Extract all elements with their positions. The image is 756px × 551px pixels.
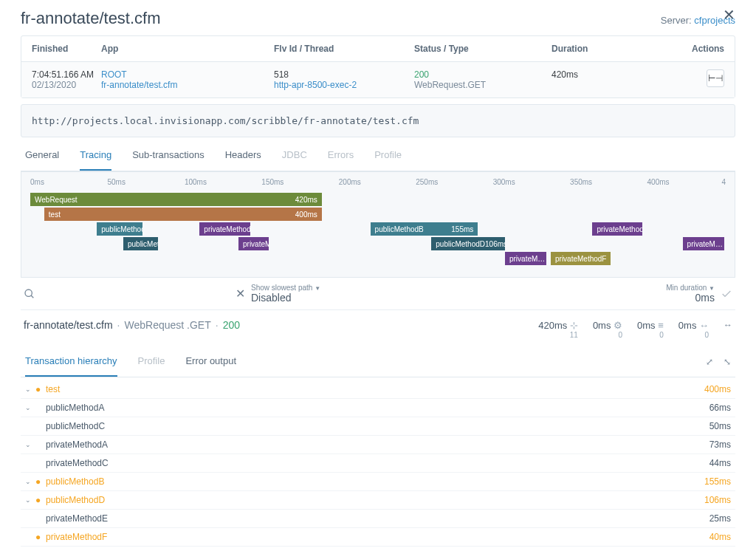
transaction-name: fr-annotate/test.cfm: [24, 319, 113, 331]
duration-value: 420ms: [551, 69, 692, 90]
tab-hierarchy[interactable]: Transaction hierarchy: [25, 346, 117, 377]
axis-tick: 50ms: [107, 178, 125, 186]
trace-bar[interactable]: privateMethodF: [551, 252, 611, 265]
trace-bar[interactable]: privateM…: [505, 252, 546, 265]
hierarchy-tabs: Transaction hierarchy Profile Error outp…: [21, 346, 735, 377]
trace-bar[interactable]: publicMethodC50ms: [123, 237, 158, 250]
tab-subtransactions[interactable]: Sub-transactions: [132, 140, 205, 171]
hierarchy-row[interactable]: ⌄●publicMethodB155ms: [21, 473, 735, 491]
finished-time: 7:04:51.166 AM: [32, 69, 101, 80]
page-title: fr-annotate/test.cfm: [21, 9, 161, 28]
svg-line-1: [31, 295, 33, 298]
app-path-link[interactable]: fr-annotate/test.cfm: [101, 80, 177, 90]
tab-headers[interactable]: Headers: [225, 140, 261, 171]
search-icon: [24, 288, 35, 300]
col-flv: Flv Id / Thread: [274, 44, 414, 54]
table-row: 7:04:51.166 AM 02/13/2020 ROOT fr-annota…: [21, 62, 735, 97]
metric-tree: 420ms ⊹11: [538, 320, 578, 339]
col-status: Status / Type: [414, 44, 551, 54]
axis-tick: 400ms: [647, 178, 670, 186]
col-app: App: [101, 44, 274, 54]
trace-bar[interactable]: test400ms: [44, 208, 322, 221]
trace-bar[interactable]: WebRequest420ms: [30, 193, 322, 206]
tab-profile: Profile: [374, 140, 402, 171]
expand-all-icon[interactable]: ⤡: [724, 357, 731, 367]
svg-point-0: [25, 290, 32, 296]
axis-tick: 0ms: [30, 178, 44, 186]
hierarchy-row[interactable]: ⌄privateMethodB72ms: [21, 547, 735, 551]
status-code: 200: [414, 69, 551, 80]
trace-toolbar: ✕ Show slowest path ▼ Disabled Min durat…: [21, 278, 735, 310]
metric-ext: 0ms ↔0: [678, 320, 709, 339]
timeline-axis: 0ms50ms100ms150ms200ms250ms300ms350ms400…: [30, 178, 726, 191]
search-box[interactable]: ✕: [24, 287, 245, 301]
clear-search-icon[interactable]: ✕: [236, 287, 245, 301]
trace-bar[interactable]: privateMethodB72ms: [592, 222, 642, 236]
app-link[interactable]: ROOT: [101, 69, 127, 80]
expand-icon[interactable]: ↔: [724, 320, 732, 330]
axis-tick: 4: [721, 178, 726, 186]
hierarchy-row[interactable]: privateMethodC44ms: [21, 454, 735, 473]
hierarchy-row[interactable]: ⌄publicMethodA66ms: [21, 399, 735, 417]
transaction-status: 200: [223, 319, 240, 331]
transaction-type: WebRequest .GET: [125, 319, 211, 331]
action-button[interactable]: ⊢⊣: [707, 69, 724, 87]
hierarchy-row[interactable]: ●privateMethodF40ms: [21, 528, 735, 547]
trace-bar[interactable]: publicMethodD106ms: [431, 237, 505, 250]
collapse-all-icon[interactable]: ⤢: [706, 357, 713, 367]
col-finished: Finished: [32, 44, 101, 54]
trace-bar[interactable]: publicMethodB155ms: [371, 222, 478, 236]
timeline-bars: WebRequest420mstest400mspublicMethodA66m…: [30, 193, 726, 267]
finished-date: 02/13/2020: [32, 80, 101, 90]
slowest-path-dropdown[interactable]: Show slowest path ▼ Disabled: [251, 284, 320, 304]
checkmark-icon[interactable]: [721, 288, 732, 300]
metric-api: 0ms ⚙0: [593, 320, 622, 339]
trace-bar[interactable]: publicMethodA66ms: [97, 222, 142, 236]
close-icon[interactable]: ✕: [723, 6, 735, 24]
tab-profile2: Profile: [138, 346, 165, 377]
trace-bar[interactable]: privateM…: [683, 237, 724, 250]
request-url: http://projects.local.invisionapp.com/sc…: [21, 104, 735, 137]
col-duration: Duration: [551, 44, 692, 54]
trace-bar[interactable]: privateMethodA73ms: [199, 222, 250, 236]
trace-timeline: 0ms50ms100ms150ms200ms250ms300ms350ms400…: [21, 171, 735, 278]
main-tabs: General Tracing Sub-transactions Headers…: [21, 140, 735, 171]
request-type: WebRequest.GET: [414, 80, 551, 90]
tab-error-output[interactable]: Error output: [185, 346, 236, 377]
hierarchy-rows: ⌄●test400ms⌄publicMethodA66mspublicMetho…: [21, 380, 735, 551]
thread-link[interactable]: http-apr-8500-exec-2: [274, 80, 357, 90]
hierarchy-row[interactable]: publicMethodC50ms: [21, 417, 735, 436]
axis-tick: 200ms: [339, 178, 361, 186]
axis-tick: 100ms: [185, 178, 207, 186]
metrics-panel: 420ms ⊹110ms ⚙00ms ≡00ms ↔0↔: [538, 320, 732, 339]
metric-db: 0ms ≡0: [637, 320, 664, 339]
min-duration-dropdown[interactable]: Min duration ▼ 0ms: [666, 284, 715, 304]
tab-errors: Errors: [328, 140, 354, 171]
hierarchy-row[interactable]: ⌄●test400ms: [21, 380, 735, 399]
axis-tick: 150ms: [261, 178, 284, 186]
tab-jdbc: JDBC: [282, 140, 307, 171]
tab-general[interactable]: General: [25, 140, 59, 171]
axis-tick: 350ms: [570, 178, 592, 186]
hierarchy-row[interactable]: ⌄privateMethodA73ms: [21, 436, 735, 454]
hierarchy-row[interactable]: privateMethodE25ms: [21, 510, 735, 528]
axis-tick: 250ms: [416, 178, 438, 186]
axis-tick: 300ms: [493, 178, 515, 186]
flv-id: 518: [274, 69, 414, 80]
hierarchy-row[interactable]: ⌄●publicMethodD106ms: [21, 491, 735, 510]
transaction-subheader: fr-annotate/test.cfm · WebRequest .GET ·…: [21, 310, 735, 342]
summary-table: Finished App Flv Id / Thread Status / Ty…: [21, 35, 735, 98]
tab-tracing[interactable]: Tracing: [80, 140, 111, 171]
col-actions: Actions: [692, 44, 724, 54]
trace-bar[interactable]: privateMethodC: [238, 237, 269, 250]
